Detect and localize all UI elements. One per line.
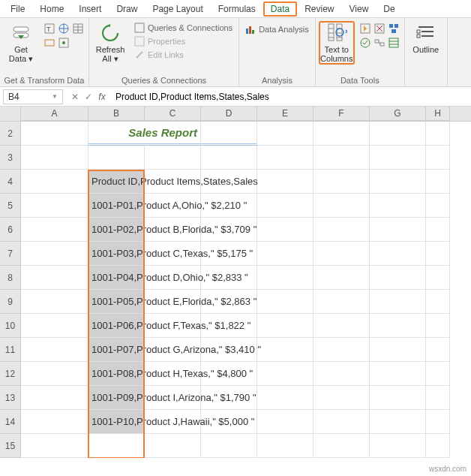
cell[interactable] (21, 362, 88, 386)
manage-data-model-icon[interactable] (388, 37, 400, 49)
cell[interactable] (257, 410, 314, 434)
cell[interactable] (201, 122, 257, 146)
cell[interactable] (370, 410, 426, 434)
cell[interactable] (314, 146, 370, 170)
cell[interactable] (314, 362, 370, 386)
cell[interactable] (314, 218, 370, 242)
tab-formulas[interactable]: Formulas (211, 2, 263, 17)
cell[interactable] (426, 242, 450, 266)
cell[interactable]: 1001-P04,Product D,Ohio," $2,833 " (88, 266, 145, 290)
cell[interactable] (257, 218, 314, 242)
cell[interactable] (370, 170, 426, 194)
row-header[interactable]: 2 (0, 122, 21, 146)
cell[interactable] (426, 266, 450, 290)
cell[interactable] (257, 122, 314, 146)
formula-input[interactable] (111, 90, 471, 104)
edit-links-button[interactable]: Edit Links (131, 48, 236, 62)
row-header[interactable]: 6 (0, 218, 21, 242)
cell[interactable]: 1001-P07,Product G,Arizona," $3,410 " (88, 338, 145, 362)
cell[interactable] (370, 386, 426, 410)
cell[interactable] (21, 338, 88, 362)
row-header[interactable]: 9 (0, 290, 21, 314)
cell[interactable] (21, 122, 88, 146)
chevron-down-icon[interactable]: ▼ (52, 93, 58, 100)
cell[interactable] (21, 242, 88, 266)
cell[interactable]: 1001-P08,Product H,Texas," $4,800 " (88, 362, 145, 386)
cell[interactable] (370, 194, 426, 218)
cell[interactable] (257, 242, 314, 266)
name-box[interactable]: B4▼ (3, 89, 63, 104)
cell[interactable] (426, 146, 450, 170)
cell[interactable] (314, 386, 370, 410)
cell[interactable] (201, 434, 257, 458)
cell[interactable] (88, 434, 145, 458)
cell[interactable]: 1001-P01,Product A,Ohio," $2,210 " (88, 194, 145, 218)
col-header-G[interactable]: G (370, 107, 426, 121)
cell[interactable] (21, 146, 88, 170)
cell[interactable]: 1001-P03,Product C,Texas," $5,175 " (88, 242, 145, 266)
tab-page-layout[interactable]: Page Layout (145, 2, 210, 17)
consolidate-icon[interactable] (388, 23, 400, 35)
cell[interactable] (21, 386, 88, 410)
cell[interactable] (426, 410, 450, 434)
tab-draw[interactable]: Draw (109, 2, 145, 17)
from-text-icon[interactable]: T (44, 23, 56, 35)
cell[interactable] (370, 242, 426, 266)
refresh-all-button[interactable]: Refresh All ▾ (92, 21, 128, 65)
cell[interactable] (257, 434, 314, 458)
from-table-icon[interactable] (72, 23, 84, 35)
row-header[interactable]: 11 (0, 338, 21, 362)
cell[interactable] (21, 170, 88, 194)
cell[interactable] (370, 314, 426, 338)
existing-connections-icon[interactable] (58, 37, 70, 49)
row-header[interactable]: 14 (0, 410, 21, 434)
cell[interactable] (201, 146, 257, 170)
cell[interactable] (426, 218, 450, 242)
cell[interactable] (370, 218, 426, 242)
cell[interactable] (21, 194, 88, 218)
cell[interactable] (257, 362, 314, 386)
cell[interactable] (257, 146, 314, 170)
cell[interactable] (314, 122, 370, 146)
recent-sources-icon[interactable] (44, 37, 56, 49)
row-header[interactable]: 15 (0, 434, 21, 458)
tab-view[interactable]: View (342, 2, 376, 17)
cell[interactable] (314, 434, 370, 458)
cell[interactable] (21, 290, 88, 314)
cell[interactable] (314, 266, 370, 290)
row-header[interactable]: 4 (0, 170, 21, 194)
cell[interactable]: 1001-P10,Product J,Hawaii," $5,000 " (88, 410, 145, 434)
cell[interactable] (426, 362, 450, 386)
cell[interactable] (257, 314, 314, 338)
relationships-icon[interactable] (374, 37, 386, 49)
select-all-corner[interactable] (0, 107, 21, 122)
cell[interactable] (145, 434, 201, 458)
cell[interactable] (426, 122, 450, 146)
cell[interactable]: Product ID,Product Items,States,Sales (88, 170, 145, 194)
tab-insert[interactable]: Insert (71, 2, 109, 17)
cell[interactable] (257, 194, 314, 218)
cell[interactable] (314, 338, 370, 362)
remove-duplicates-icon[interactable] (374, 23, 386, 35)
cell[interactable] (426, 194, 450, 218)
flash-fill-icon[interactable] (359, 23, 371, 35)
get-data-button[interactable]: Get Data ▾ (3, 21, 39, 65)
queries-connections-button[interactable]: Queries & Connections (131, 21, 236, 35)
cell[interactable] (314, 170, 370, 194)
cell[interactable] (257, 266, 314, 290)
cell[interactable] (21, 434, 88, 458)
cell[interactable] (426, 434, 450, 458)
cell[interactable]: 1001-P09,Product I,Arizona," $1,790 " (88, 386, 145, 410)
col-header-H[interactable]: H (426, 107, 450, 121)
cell[interactable]: 1001-P05,Product E,Florida," $2,863 " (88, 290, 145, 314)
cell[interactable] (145, 146, 201, 170)
cell[interactable] (370, 266, 426, 290)
col-header-F[interactable]: F (314, 107, 370, 121)
row-header[interactable]: 10 (0, 314, 21, 338)
cell[interactable] (314, 242, 370, 266)
cell[interactable] (21, 218, 88, 242)
col-header-E[interactable]: E (257, 107, 314, 121)
cell[interactable] (21, 266, 88, 290)
row-header[interactable]: 8 (0, 266, 21, 290)
cell[interactable] (370, 338, 426, 362)
